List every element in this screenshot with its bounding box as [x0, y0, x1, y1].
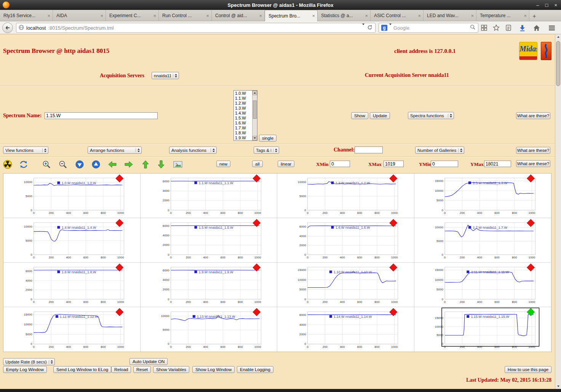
spectrum-list-item[interactable]: 1.5.W — [235, 116, 252, 121]
scrollbar-thumb[interactable] — [253, 100, 257, 119]
reset-button[interactable]: Reset — [133, 366, 151, 373]
all-button[interactable]: all — [252, 161, 263, 167]
scrollbar-up-icon[interactable] — [555, 34, 561, 40]
url-dropdown-icon[interactable] — [362, 25, 364, 31]
ymin-input[interactable] — [431, 161, 458, 167]
xmin-input[interactable] — [330, 161, 350, 167]
scroll-down-icon[interactable] — [253, 136, 257, 140]
tab-led-and-wav[interactable]: LED and Wav...× — [424, 10, 476, 21]
search-engine-dropdown-icon[interactable] — [389, 25, 392, 31]
how-to-use-button[interactable]: How to use this page — [505, 366, 551, 373]
ymax-input[interactable] — [484, 161, 511, 167]
spectrum-list-item[interactable]: 1.0.W — [235, 91, 252, 96]
show-log-window-button[interactable]: Show Log Window — [192, 366, 235, 373]
single-button[interactable]: single — [259, 135, 277, 142]
tab-run-control[interactable]: Run Control ...× — [159, 10, 212, 21]
maximize-button[interactable]: □ — [545, 2, 548, 8]
tab-close-icon[interactable]: × — [418, 13, 421, 19]
tab-close-icon[interactable]: × — [312, 13, 315, 19]
downloads-icon[interactable] — [519, 24, 526, 31]
spectrum-list-item[interactable]: 1.9.W — [235, 135, 252, 140]
analysis-functions-select[interactable]: Analysis functions — [169, 147, 217, 154]
xmax-input[interactable] — [384, 161, 404, 167]
spectrum-cell-1.7.W[interactable]: 0500010000020040060080010001.7.W nnaida1… — [414, 218, 551, 263]
empty-log-window-button[interactable]: Empty Log Window — [3, 366, 47, 373]
channel-input[interactable] — [355, 147, 383, 153]
page-scrollbar[interactable] — [555, 34, 561, 389]
spectrum-cell-1.14.W[interactable]: 0200040006000020040060080010001.14.W nna… — [277, 307, 414, 352]
number-of-galleries-select[interactable]: Number of Galleries — [415, 147, 464, 154]
scrollbar-down-icon[interactable] — [555, 384, 561, 389]
green-left-arrow-icon[interactable] — [108, 160, 117, 169]
tab-experiment-c[interactable]: Experiment C...× — [106, 10, 159, 21]
spectrum-cell-1.12.W[interactable]: 050001000015000020040060080010001.12.W n… — [3, 307, 141, 352]
listbox-scrollbar[interactable] — [252, 91, 257, 140]
tab-spectrum-bro[interactable]: Spectrum Bro...× — [265, 10, 318, 21]
spectrum-cell-1.9.W[interactable]: 0200040006000020040060080010001.9.W nnai… — [141, 263, 278, 307]
home-icon[interactable] — [533, 24, 540, 31]
url-bar[interactable]: localhost :8015/Spectrum/Spectrum.tml — [16, 23, 376, 33]
spectrum-cell-1.6.W[interactable]: 0200040006000020040060080010001.6.W nnai… — [277, 218, 414, 263]
what-are-these-button-2[interactable]: What are these? — [516, 147, 550, 154]
radiation-icon[interactable] — [3, 160, 12, 169]
show-button[interactable]: Show — [351, 112, 368, 119]
search-magnifier-icon[interactable] — [470, 24, 476, 31]
update-rate-select[interactable]: Update Rate (8 secs) — [3, 358, 55, 365]
linear-button[interactable]: linear — [278, 161, 294, 167]
enable-logging-button[interactable]: Enable Logging — [237, 366, 273, 373]
tab-asic-control[interactable]: ASIC Control ...× — [371, 10, 424, 21]
spectrum-cell-1.11.W[interactable]: 050001000015000020040060080010001.11.W n… — [414, 263, 551, 307]
snapshot-image-icon[interactable] — [173, 161, 182, 170]
minimize-button[interactable]: – — [536, 2, 539, 8]
menu-icon[interactable] — [548, 24, 555, 31]
new-button[interactable]: new — [216, 161, 230, 167]
refresh-icon[interactable] — [19, 160, 28, 169]
spectrum-name-input[interactable] — [45, 112, 158, 119]
arrange-functions-select[interactable]: Arrange functions — [88, 147, 142, 154]
tab-close-icon[interactable]: × — [524, 13, 527, 19]
spectra-functions-select[interactable]: Spectra functions — [408, 112, 454, 119]
close-button[interactable]: × — [554, 2, 557, 8]
green-right-arrow-icon[interactable] — [124, 160, 133, 169]
green-up-arrow-icon[interactable] — [141, 160, 150, 169]
spectrum-cell-1.3.W[interactable]: 050001000015000020040060080010001.3.W nn… — [414, 174, 551, 218]
search-bar[interactable]: g Google — [379, 23, 478, 33]
tab-close-icon[interactable]: × — [100, 13, 103, 19]
update-button[interactable]: Update — [370, 112, 390, 119]
zoom-in-icon[interactable] — [42, 160, 51, 169]
window-titlebar[interactable]: Spectrum Browser @ aidas1 - Mozilla Fire… — [0, 0, 561, 10]
tab-close-icon[interactable]: × — [259, 13, 262, 19]
auto-update-button[interactable]: Auto Update ON — [129, 358, 168, 365]
spectrum-cell-1.0.W[interactable]: 0500010000020040060080010001.0.W nnaida1… — [3, 174, 141, 218]
spectrum-list-item[interactable]: 1.8.W — [235, 131, 252, 135]
back-button[interactable] — [2, 22, 13, 33]
new-tab-button[interactable]: + — [529, 12, 539, 21]
spectrum-cell-1.1.W[interactable]: 0200040006000020040060080010001.1.W nnai… — [141, 174, 278, 218]
spectrum-list-item[interactable]: 1.4.W — [235, 111, 252, 116]
bookmarks-menu-icon[interactable] — [505, 24, 512, 31]
tab-close-icon[interactable]: × — [206, 13, 209, 19]
view-functions-select[interactable]: View functions — [3, 147, 48, 154]
show-variables-button[interactable]: Show Variables — [153, 366, 189, 373]
scroll-up-icon[interactable] — [253, 91, 257, 95]
tab-close-icon[interactable]: × — [365, 13, 368, 19]
spectrum-listbox[interactable]: 1.0.W1.1.W1.2.W1.3.W1.4.W1.5.W1.6.W1.7.W… — [233, 90, 257, 141]
circle-up-arrow-icon[interactable] — [91, 160, 101, 169]
institute-logo[interactable] — [541, 42, 551, 60]
spectrum-cell-1.2.W[interactable]: 0500010000020040060080010001.2.W nnaida1… — [277, 174, 414, 218]
tab-control-aid[interactable]: Control @ aid...× — [212, 10, 265, 21]
spectrum-list-item[interactable]: 1.7.W — [235, 126, 252, 131]
spectrum-list-item[interactable]: 1.6.W — [235, 121, 252, 126]
bookmark-star-icon[interactable] — [493, 24, 500, 31]
scrollbar-thumb[interactable] — [556, 41, 560, 86]
spectrum-cell-1.5.W[interactable]: 0200040006000020040060080010001.5.W nnai… — [141, 218, 278, 263]
circle-down-arrow-icon[interactable] — [75, 160, 84, 169]
tab-aida[interactable]: AIDA× — [53, 10, 106, 21]
spectrum-cell-1.15.W[interactable]: 050001000015000020040060080010001.15.W n… — [414, 307, 551, 352]
spectrum-cell-1.4.W[interactable]: 0500010000020040060080010001.4.W nnaida1… — [3, 218, 141, 263]
spectrum-cell-1.13.W[interactable]: 0500010000020040060080010001.13.W nnaida… — [141, 307, 278, 352]
midas-logo[interactable]: Midas — [519, 42, 537, 60]
tab-close-icon[interactable]: × — [153, 13, 156, 19]
tab-close-icon[interactable]: × — [471, 13, 474, 19]
zoom-out-icon[interactable] — [58, 160, 67, 169]
